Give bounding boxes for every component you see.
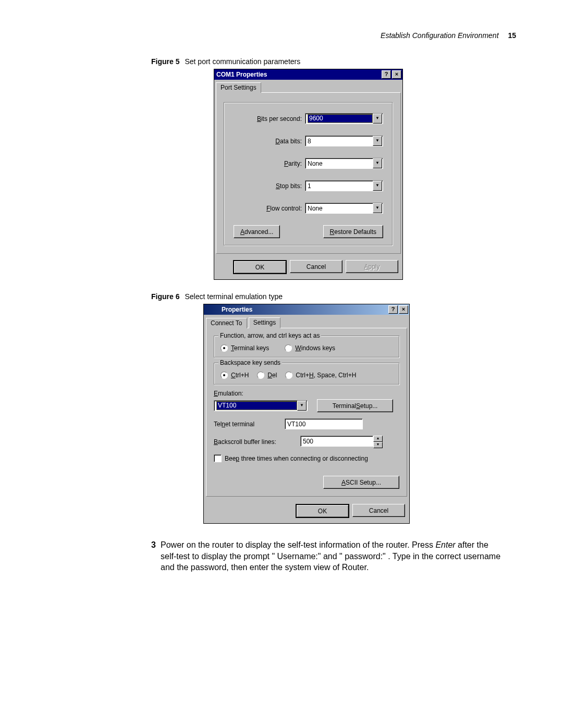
chevron-down-icon[interactable]: ▼ xyxy=(297,401,307,411)
bps-combo[interactable]: 9600 ▼ xyxy=(305,113,383,124)
backscroll-row: Backscroll buffer lines: 500 ▲ ▼ xyxy=(214,436,399,448)
backscroll-spinner[interactable]: 500 ▲ ▼ xyxy=(300,436,383,448)
radio-off-icon xyxy=(257,372,264,379)
bps-label: Bits per second: xyxy=(244,115,305,122)
flow-combo[interactable]: None ▼ xyxy=(305,203,383,214)
telnet-input[interactable]: VT100 xyxy=(285,418,363,429)
emulation-combo[interactable]: VT100 ▼ xyxy=(214,400,308,411)
radio-off-icon xyxy=(285,344,292,352)
dialog1-inner-buttons: Advanced... Restore Defaults xyxy=(234,225,383,238)
flow-label: Flow control: xyxy=(244,205,305,212)
chevron-down-icon[interactable]: ▼ xyxy=(373,136,382,146)
com1-properties-dialog: COM1 Properties ? × Port Settings Bits p… xyxy=(214,69,403,280)
dialog1-title: COM1 Properties xyxy=(216,71,381,78)
tab-connect-to[interactable]: Connect To xyxy=(206,318,247,328)
figure6-caption: Figure 6Select terminal emulation type xyxy=(151,292,516,301)
beep-checkbox[interactable]: Beep three times when connecting or disc… xyxy=(214,454,399,462)
page-number: 15 xyxy=(508,31,516,40)
step-text: Power on the router to display the self-… xyxy=(161,539,506,573)
dialog2-title: Properties xyxy=(222,306,387,313)
properties-dialog: Properties ? × Connect To Settings Funct… xyxy=(203,304,410,524)
radio-ctrlh-space-ctrlh[interactable]: Ctrl+H, Space, Ctrl+H xyxy=(285,372,356,379)
backspace-label: Backspace key sends xyxy=(218,359,282,366)
function-keys-label: Function, arrow, and ctrl keys act as xyxy=(218,332,321,339)
chevron-down-icon[interactable]: ▼ xyxy=(373,158,382,168)
radio-windows-keys[interactable]: Windows keys xyxy=(285,344,335,352)
emulation-label-row: Emulation: xyxy=(214,390,399,397)
radio-ctrlh[interactable]: Ctrl+H xyxy=(221,372,249,379)
terminal-setup-button[interactable]: Terminal Setup... xyxy=(317,399,393,412)
dialog2-buttons: OK Cancel xyxy=(204,501,409,523)
telnet-label: Telnet terminal xyxy=(214,421,279,428)
databits-combo[interactable]: 8 ▼ xyxy=(305,135,383,146)
dialog1-tab-body: Bits per second: 9600 ▼ Data bits: 8 ▼ P… xyxy=(216,92,401,254)
chevron-down-icon[interactable]: ▼ xyxy=(373,203,382,213)
spin-up-icon[interactable]: ▲ xyxy=(373,436,383,442)
row-parity: Parity: None ▼ xyxy=(234,158,383,169)
ascii-setup-button[interactable]: ASCII Setup... xyxy=(323,476,399,489)
emulation-label: Emulation: xyxy=(214,390,243,397)
ok-button[interactable]: OK xyxy=(296,504,349,518)
cancel-button[interactable]: Cancel xyxy=(352,504,405,517)
help-icon[interactable]: ? xyxy=(388,305,398,314)
dialog2-tabstrip: Connect To Settings xyxy=(204,315,409,328)
help-icon[interactable]: ? xyxy=(382,70,391,79)
backscroll-label: Backscroll buffer lines: xyxy=(214,438,295,446)
row-flow-control: Flow control: None ▼ xyxy=(234,203,383,214)
close-icon[interactable]: × xyxy=(399,305,408,314)
function-keys-group: Function, arrow, and ctrl keys act as Te… xyxy=(214,336,399,357)
stopbits-label: Stop bits: xyxy=(244,182,305,190)
advanced-button[interactable]: Advanced... xyxy=(234,225,280,238)
step-3-paragraph: 3 Power on the router to display the sel… xyxy=(151,539,506,573)
row-stop-bits: Stop bits: 1 ▼ xyxy=(234,180,383,191)
dialog1-tabstrip: Port Settings xyxy=(214,80,402,92)
step-number: 3 xyxy=(151,539,161,573)
emulation-row: VT100 ▼ Terminal Setup... xyxy=(214,399,399,412)
apply-button: Apply xyxy=(346,260,398,273)
radio-on-icon xyxy=(221,372,228,379)
checkbox-icon xyxy=(214,454,222,462)
dialog1-buttons: OK Cancel Apply xyxy=(214,257,402,279)
tab-port-settings[interactable]: Port Settings xyxy=(216,82,261,93)
dialog1-titlebar[interactable]: COM1 Properties ? × xyxy=(214,69,402,80)
figure5-caption: Figure 5Set port communication parameter… xyxy=(151,57,516,66)
tab-settings[interactable]: Settings xyxy=(249,317,280,328)
stopbits-combo[interactable]: 1 ▼ xyxy=(305,180,383,191)
databits-label: Data bits: xyxy=(244,138,305,145)
parity-combo[interactable]: None ▼ xyxy=(305,158,383,169)
radio-del[interactable]: Del xyxy=(257,372,277,379)
row-data-bits: Data bits: 8 ▼ xyxy=(234,135,383,146)
telnet-row: Telnet terminal VT100 xyxy=(214,418,399,429)
ok-button[interactable]: OK xyxy=(233,260,287,274)
section-title: Establish Configuration Environment xyxy=(381,31,498,40)
close-icon[interactable]: × xyxy=(392,70,401,79)
dialog2-tab-body: Function, arrow, and ctrl keys act as Te… xyxy=(206,328,407,497)
restore-defaults-button[interactable]: Restore Defaults xyxy=(323,225,383,238)
backspace-group: Backspace key sends Ctrl+H Del Ctrl+H, S… xyxy=(214,363,399,385)
page-header: Establish Configuration Environment 15 xyxy=(47,31,516,40)
cancel-button[interactable]: Cancel xyxy=(290,260,342,273)
radio-terminal-keys[interactable]: Terminal keys xyxy=(221,344,269,352)
chevron-down-icon[interactable]: ▼ xyxy=(373,181,382,191)
port-settings-group: Bits per second: 9600 ▼ Data bits: 8 ▼ P… xyxy=(224,102,393,246)
radio-on-icon xyxy=(221,344,228,352)
chevron-down-icon[interactable]: ▼ xyxy=(373,114,382,124)
radio-off-icon xyxy=(285,372,292,379)
parity-label: Parity: xyxy=(244,160,305,167)
dialog2-titlebar[interactable]: Properties ? × xyxy=(204,304,409,315)
row-bits-per-second: Bits per second: 9600 ▼ xyxy=(234,113,383,124)
spin-down-icon[interactable]: ▼ xyxy=(373,442,383,448)
